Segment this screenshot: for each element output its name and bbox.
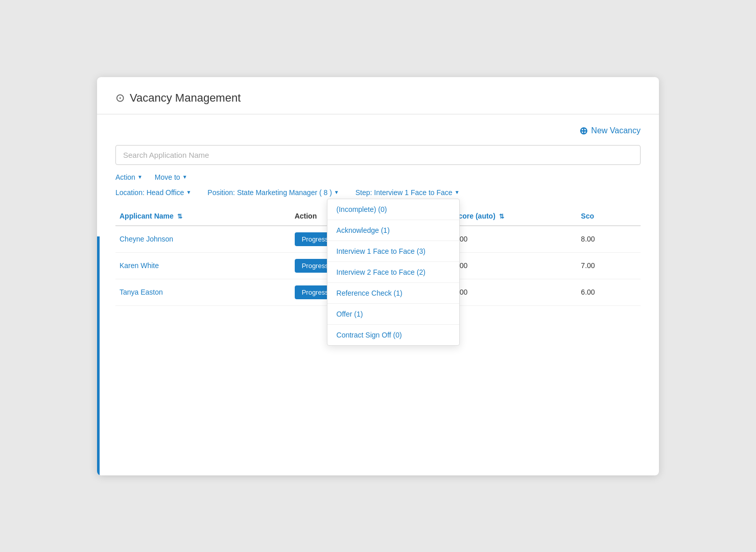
score-3: 6.00 (577, 279, 641, 305)
action-dropdown-button[interactable]: Action ▼ (115, 173, 143, 181)
col-score-auto: Score (auto) ⇅ (450, 207, 577, 226)
score-2: 7.00 (577, 252, 641, 279)
move-to-arrow-icon: ▼ (182, 174, 187, 180)
location-label: Location: Head Office (115, 188, 184, 197)
card-header: ⊙ Vacancy Management (97, 77, 659, 114)
toolbar-row: ⊕ New Vacancy (115, 125, 641, 137)
score-auto-3: 0.00 (450, 279, 577, 305)
dropdown-item-reference[interactable]: Reference Check (1) (327, 283, 459, 304)
search-row (115, 145, 641, 165)
action-filter-row: Action ▼ Move to ▼ (115, 173, 641, 181)
position-filter-button[interactable]: Position: State Marketing Manager ( 8 ) … (207, 188, 339, 197)
card-body: ⊕ New Vacancy Action ▼ Move to ▼ Locatio… (97, 114, 659, 324)
score-auto-1: 8.00 (450, 226, 577, 253)
action-arrow-icon: ▼ (137, 174, 143, 180)
step-label: Step: Interview 1 Face to Face (356, 188, 453, 197)
sort-applicant-icon[interactable]: ⇅ (177, 213, 182, 220)
step-filter-container: Step: Interview 1 Face to Face ▼ (Incomp… (356, 188, 460, 197)
col-score: Sco (577, 207, 641, 226)
page-title: Vacancy Management (130, 91, 241, 105)
main-card: ⊙ Vacancy Management ⊕ New Vacancy Actio… (97, 77, 659, 475)
score-1: 8.00 (577, 226, 641, 253)
action-label: Action (115, 173, 135, 181)
step-arrow-icon: ▼ (455, 189, 460, 195)
dropdown-item-contract[interactable]: Contract Sign Off (0) (327, 325, 459, 345)
step-dropdown-menu: (Incomplete) (0) Acknowledge (1) Intervi… (327, 199, 460, 346)
score-auto-2: 0.00 (450, 252, 577, 279)
new-vacancy-label: New Vacancy (591, 126, 641, 135)
sort-score-icon[interactable]: ⇅ (499, 213, 504, 220)
plus-icon: ⊕ (579, 125, 588, 137)
dropdown-item-interview2[interactable]: Interview 2 Face to Face (2) (327, 262, 459, 283)
dropdown-item-offer[interactable]: Offer (1) (327, 304, 459, 325)
col-applicant-name: Applicant Name ⇅ (115, 207, 291, 226)
location-filter-row: Location: Head Office ▼ Position: State … (115, 188, 641, 197)
dropdown-item-incomplete[interactable]: (Incomplete) (0) (327, 199, 459, 220)
move-to-label: Move to (155, 173, 180, 181)
applicant-name-2: Karen White (115, 252, 291, 279)
move-to-dropdown-button[interactable]: Move to ▼ (155, 173, 187, 181)
location-arrow-icon: ▼ (186, 189, 191, 195)
dropdown-item-acknowledge[interactable]: Acknowledge (1) (327, 220, 459, 241)
new-vacancy-button[interactable]: ⊕ New Vacancy (579, 125, 641, 137)
vacancy-icon: ⊙ (115, 91, 125, 105)
step-filter-button[interactable]: Step: Interview 1 Face to Face ▼ (356, 188, 460, 197)
location-filter-button[interactable]: Location: Head Office ▼ (115, 188, 191, 197)
applicant-name-3: Tanya Easton (115, 279, 291, 305)
position-arrow-icon: ▼ (334, 189, 339, 195)
applicant-name-1: Cheyne Johnson (115, 226, 291, 253)
search-input[interactable] (115, 145, 641, 165)
left-accent (97, 236, 100, 475)
position-label: Position: State Marketing Manager ( 8 ) (207, 188, 332, 197)
dropdown-item-interview1[interactable]: Interview 1 Face to Face (3) (327, 241, 459, 262)
